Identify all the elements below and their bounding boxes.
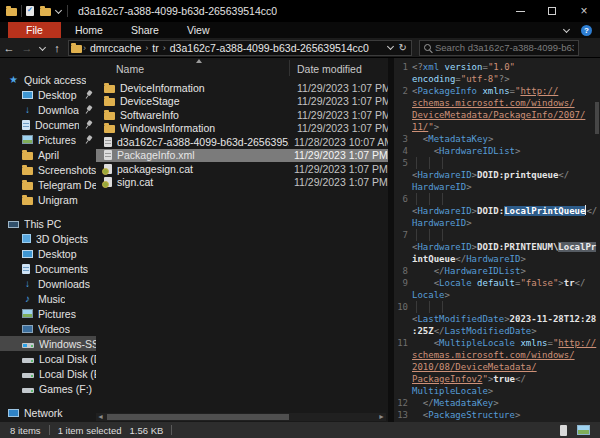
sidebar-item-pictures[interactable]: Pictures [0,306,96,321]
sidebar-item-3d-objects[interactable]: 3D Objects [0,231,96,246]
sidebar-item-downloads[interactable]: Downloads [0,102,96,117]
code-text: </MetadataKey> [412,397,499,409]
details-view-icon[interactable] [560,425,567,436]
sidebar-section-label: This PC [24,218,61,230]
sidebar-item-pictures[interactable]: Pictures [0,132,96,147]
ribbon-tabs: FileHomeShareView [0,22,224,38]
sidebar-item-music[interactable]: Music [0,291,96,306]
column-header-name[interactable]: Name [116,63,144,75]
document-icon [22,120,30,130]
tab-file[interactable]: File [8,22,61,38]
file-name: DeviceStage [120,95,292,107]
code-token: </ [455,254,466,264]
table-row[interactable]: d3a162c7-a388-4099-b63d-265639514cc0.dev… [96,135,388,149]
qat-customize-chevron-icon[interactable] [55,6,62,13]
sidebar-item-unigram[interactable]: Unigram [0,192,96,207]
code-line: 5 [394,157,600,169]
line-number [394,73,412,85]
sidebar-item-local-disk-d[interactable]: Local Disk (D:) [0,351,96,366]
forward-button[interactable]: → [18,42,36,54]
sidebar-item-telegram-desktop[interactable]: Telegram Desktop [0,177,96,192]
sidebar-section-network[interactable]: Network [0,405,96,420]
editor-scrollbar-thumb[interactable] [595,102,599,134]
code-token: 11/ [412,122,428,132]
recent-locations-chevron-icon[interactable] [36,43,48,52]
table-row[interactable]: PackageInfo.xml11/29/2023 1:07 PM [96,149,388,163]
horizontal-scrollbar[interactable]: ◄ ► [96,413,386,421]
tab-home[interactable]: Home [61,22,117,38]
code-text: 2010/08/DeviceMetadata/ [412,361,537,373]
code-text: <HardwareID>DOID:PRINTENUM\LocalPr [412,241,596,253]
sidebar-section-this-pc[interactable]: This PC [0,216,96,231]
line-number [394,289,412,301]
line-number: 2 [394,85,412,97]
sidebar-item-documents[interactable]: Documents [0,117,96,132]
properties-icon[interactable] [26,6,34,16]
divider [67,5,68,17]
search-box[interactable] [419,40,579,56]
file-date: 11/29/2023 1:07 PM [297,95,391,107]
code-token: > [515,410,520,420]
column-header-date-modified[interactable]: Date modified [297,63,362,75]
thumbnails-view-icon[interactable] [577,425,590,435]
scroll-left-icon[interactable]: ◄ [96,413,105,421]
selection-size: 1.56 KB [130,425,164,436]
file-name: sign.cat [117,176,289,188]
desktop-icon [22,250,33,258]
tab-share[interactable]: Share [117,22,173,38]
breadcrumb-segment-dmrccache[interactable]: dmrccache [87,42,144,54]
sidebar-item-windows-ssd-c[interactable]: Windows-SSD (C:) [0,336,96,351]
xml-code-editor[interactable]: 1<?xml version="1.0"encoding="utf-8"?>2<… [394,58,600,422]
minimize-button[interactable] [504,0,536,22]
tab-view[interactable]: View [173,22,224,38]
line-number [394,181,412,193]
sidebar-item-games-f[interactable]: Games (F:) [0,381,96,396]
breadcrumb-segment-d3a162c7-a388-4099-b63d-265639514cc0[interactable]: d3a162c7-a388-4099-b63d-265639514cc0 [167,42,372,54]
code-token [412,410,423,420]
table-row[interactable]: DeviceStage11/29/2023 1:07 PM [96,95,388,109]
back-button[interactable]: ← [0,42,18,54]
expand-ribbon-chevron-icon[interactable] [563,25,570,32]
address-dropdown-chevron-icon[interactable] [387,43,394,50]
sidebar-item-local-disk-e[interactable]: Local Disk (E:) [0,366,96,381]
drive-win-icon [22,343,34,348]
code-token: "1.0" [488,62,515,72]
table-row[interactable]: WindowsInformation11/29/2023 1:07 PM [96,122,388,136]
sidebar-item-label: Pictures [38,134,76,146]
new-folder-icon[interactable] [40,8,51,16]
sidebar-item-downloads[interactable]: Downloads [0,276,96,291]
sidebar-item-screenshots[interactable]: Screenshots [0,162,96,177]
line-number [394,241,412,253]
help-icon[interactable] [581,25,592,36]
sidebar-item-desktop[interactable]: Desktop [0,87,96,102]
sidebar-item-documents[interactable]: Documents [0,261,96,276]
videos-icon [22,325,33,333]
sidebar-item-april[interactable]: April [0,147,96,162]
address-bar[interactable]: › dmrccache›tr›d3a162c7-a388-4099-b63d-2… [68,40,412,56]
folder-icon [104,98,115,106]
sidebar-item-videos[interactable]: Videos [0,321,96,336]
table-row[interactable]: sign.cat11/29/2023 1:07 PM [96,176,388,190]
up-button[interactable]: ↑ [48,42,66,54]
code-line: 2010/08/DeviceMetadata/ [394,361,600,373]
scroll-right-icon[interactable]: ► [377,413,386,421]
table-row[interactable]: DeviceInformation11/29/2023 1:07 PM [96,81,388,95]
code-token: 2023-11-28T12:28 [510,314,597,324]
code-text: 11/"> [412,121,439,133]
close-button[interactable]: × [568,0,600,22]
search-input[interactable] [435,42,574,53]
table-row[interactable]: packagesign.cat11/29/2023 1:07 PM [96,162,388,176]
column-divider[interactable] [289,60,290,76]
table-row[interactable]: SoftwareInfo11/29/2023 1:07 PM [96,108,388,122]
refresh-icon[interactable]: ↻ [399,42,407,53]
file-date: 11/29/2023 1:07 PM [297,109,391,121]
file-icon [104,137,112,147]
sidebar-item-desktop[interactable]: Desktop [0,246,96,261]
maximize-button[interactable] [536,0,568,22]
code-token: <? [412,62,423,72]
code-token: encoding [412,74,455,84]
sidebar-section-quick-access[interactable]: Quick access [0,72,96,87]
scrollbar-thumb[interactable] [107,414,289,420]
breadcrumb-segment-tr[interactable]: tr [149,42,161,54]
file-date: 11/29/2023 1:07 PM [294,176,388,188]
